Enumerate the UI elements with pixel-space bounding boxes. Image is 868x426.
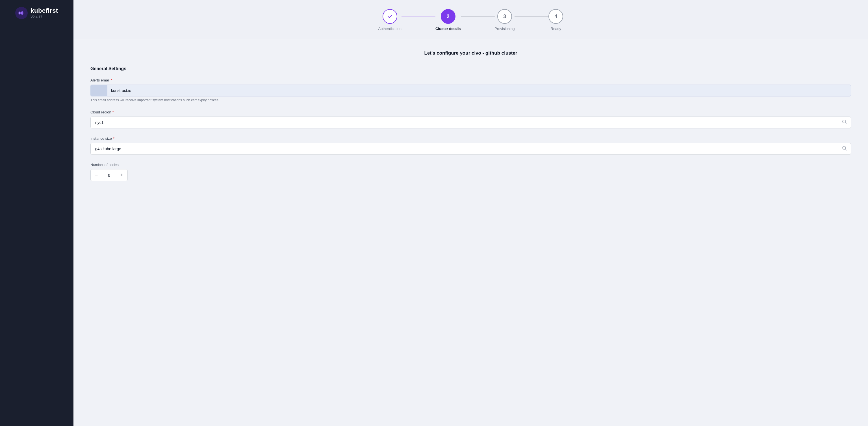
connector-3-4 [515, 16, 549, 17]
svg-point-2 [843, 120, 846, 123]
cloud-region-wrapper [90, 117, 851, 129]
required-star-region: * [113, 110, 114, 114]
step-cluster-details: 2 Cluster details [435, 9, 461, 31]
nodes-stepper: − 6 + [90, 169, 128, 181]
cloud-region-group: Cloud region * [90, 110, 851, 129]
instance-size-group: Instance size * [90, 136, 851, 155]
step-2-number: 2 [447, 13, 450, 20]
step-4-label: Ready [551, 27, 561, 31]
nodes-value: 6 [102, 171, 116, 180]
app-name: kubefirst [31, 7, 58, 15]
section-general-title: General Settings [90, 66, 851, 71]
step-provisioning: 3 Provisioning [495, 9, 515, 31]
step-3-number: 3 [503, 13, 506, 20]
alerts-email-label: Alerts email * [90, 78, 851, 82]
form-content: Let's configure your civo - github clust… [73, 39, 868, 426]
connector-1-2 [402, 16, 435, 17]
alerts-email-input[interactable] [90, 85, 851, 96]
instance-size-search-icon [842, 146, 847, 152]
cloud-region-label: Cloud region * [90, 110, 851, 114]
nodes-decrement-button[interactable]: − [91, 169, 102, 181]
svg-point-3 [843, 146, 846, 149]
connector-2-3 [461, 16, 495, 17]
app-version: V2.4.17 [31, 15, 58, 19]
kubefirst-logo-icon [15, 7, 28, 19]
nodes-label: Number of nodes [90, 163, 851, 167]
nodes-group: Number of nodes − 6 + [90, 163, 851, 181]
alerts-email-helper: This email address will receive importan… [90, 98, 851, 102]
step-4-circle: 4 [549, 9, 563, 24]
instance-size-label: Instance size * [90, 136, 851, 141]
alerts-email-wrapper [90, 85, 851, 96]
svg-point-1 [20, 12, 23, 14]
stepper-container: Authentication 2 Cluster details 3 Provi… [73, 0, 868, 39]
step-1-circle [382, 9, 397, 24]
email-prefix [90, 85, 107, 96]
alerts-email-group: Alerts email * This email address will r… [90, 78, 851, 102]
step-3-circle: 3 [497, 9, 512, 24]
step-4-number: 4 [554, 13, 557, 20]
step-authentication: Authentication [378, 9, 402, 31]
step-2-label: Cluster details [435, 27, 461, 31]
stepper: Authentication 2 Cluster details 3 Provi… [378, 9, 563, 31]
nodes-increment-button[interactable]: + [116, 169, 127, 181]
instance-size-wrapper [90, 143, 851, 155]
checkmark-icon [387, 13, 393, 20]
logo: kubefirst V2.4.17 [15, 7, 58, 19]
step-ready: 4 Ready [549, 9, 563, 31]
page-title: Let's configure your civo - github clust… [90, 50, 851, 56]
required-star-email: * [111, 78, 112, 82]
logo-text: kubefirst V2.4.17 [31, 7, 58, 19]
cloud-region-input[interactable] [90, 117, 851, 129]
cloud-region-search-icon [842, 119, 847, 125]
step-2-circle: 2 [441, 9, 456, 24]
sidebar: kubefirst V2.4.17 [0, 0, 73, 426]
step-3-label: Provisioning [495, 27, 515, 31]
main-content: Authentication 2 Cluster details 3 Provi… [73, 0, 868, 426]
required-star-instance: * [113, 136, 115, 141]
step-1-label: Authentication [378, 27, 402, 31]
instance-size-input[interactable] [90, 143, 851, 155]
